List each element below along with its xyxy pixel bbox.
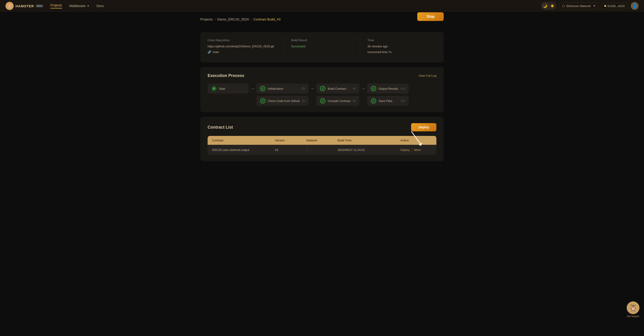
step-group-start: Start [208,83,248,94]
breadcrumb-demo[interactable]: Demo_ERC20_0529 [217,17,248,21]
row-deploy-link[interactable]: Deploy [400,148,410,152]
table-row: ERC20.cairo.starknet.output #3 - 2023/06… [208,145,436,155]
table-header: Contract Version Network Build Time Acti… [208,136,436,145]
network-selector[interactable]: ⬡ Ethereum Mainnet [559,3,598,9]
step-save: ✓ Save Files <1s [367,96,408,106]
middleware-chevron-icon [87,5,89,6]
td-contract: ERC20.cairo.starknet.output [212,148,275,152]
clone-check-icon: ✓ [260,98,266,104]
network-icon: ⬡ [562,4,565,8]
step-clone: ✓ Clone Code from Github 2s [256,96,308,106]
breadcrumb-sep-1: / [214,17,215,21]
build-result-label: Build Result [291,38,353,42]
step-initialization: ✓ Initialization 2s [256,83,308,94]
arrow-2: → [308,83,316,91]
contract-table: Contract Version Network Build Time Acti… [208,136,436,155]
step-output-time: <1s [400,87,405,90]
time-section: Time 30 minutes ago consumed time 7s [360,38,436,56]
step-compile-time: 2s [353,99,356,102]
nav-right: 🌙 ☀️ ⬡ Ethereum Mainnet 0x156...e010 👤 [541,2,638,10]
wallet-button[interactable]: 0x156...e010 [601,3,628,9]
step-start: Start [208,83,248,94]
step-init-label: Initialization [268,87,300,90]
deploy-button[interactable]: Deploy [411,123,436,131]
step-save-label: Save Files [378,99,398,103]
theme-toggle: 🌙 ☀️ [541,2,556,10]
nav-middleware[interactable]: Middleware [69,4,89,8]
row-more-link[interactable]: More [414,148,421,152]
th-build-time: Build Time [338,139,400,142]
step-compile-label: Compile Contract [328,99,350,103]
link-icon: 🔗 [208,50,211,54]
logo: 🐹 HAMSTER alpha [6,2,43,10]
td-network: - [306,148,338,152]
breadcrumb-sep-2: / [251,17,252,21]
build-info-card: Code Repository https://github.com/linda… [200,32,444,62]
nav-links: Projects Middleware Docs [50,3,534,8]
step-clone-label: Clone Code from Github [268,99,300,103]
step-group-init: ✓ Initialization 2s ✓ Clone Code from Gi… [256,83,308,106]
td-build-time: 2023/06/27 11:24:51 [338,148,400,152]
save-check-icon: ✓ [371,98,376,104]
execution-title: Execution Process [208,73,244,78]
th-version: Version [275,139,306,142]
avatar[interactable]: 👤 [631,2,638,10]
step-group-build: ✓ Build Contract 4s ✓ Compile Contract 2… [316,83,359,106]
init-check-icon: ✓ [260,86,266,91]
code-repository-section: Code Repository https://github.com/linda… [208,38,284,56]
stop-button[interactable]: Stop [417,12,444,21]
support-owl-icon: 🦉 [627,301,640,314]
compile-check-icon: ✓ [320,98,326,104]
breadcrumb-current: Contract Build_#3 [254,17,280,21]
svg-text:🐹: 🐹 [7,3,12,8]
alpha-badge: alpha [36,4,43,7]
nav-projects[interactable]: Projects [50,3,62,8]
step-clone-time: 2s [302,99,305,102]
th-contract: Contract [212,139,275,142]
view-log-link[interactable]: View Full Log [418,74,436,77]
contract-list-title: Contract List [208,125,233,130]
dark-mode-button[interactable]: 🌙 [542,3,548,9]
network-chevron-icon [594,5,595,6]
build-result-value: Successful [291,45,353,48]
get-support-button[interactable]: 🦉 Get Support [627,301,640,318]
execution-process-card: Execution Process View Full Log Start → [200,67,444,112]
build-info: Code Repository https://github.com/linda… [208,38,436,56]
action-separator: | [412,148,412,152]
output-check-icon: ✓ [371,86,376,91]
nav-docs[interactable]: Docs [96,4,104,8]
arrow-1: → [248,83,256,91]
breadcrumb-row: Projects / Demo_ERC20_0529 / Contract Bu… [200,17,444,27]
step-group-output: ✓ Output Results <1s ✓ Save Files <1s [367,83,408,106]
step-build-label: Build Contract [328,87,350,90]
logo-text: HAMSTER [16,4,34,8]
logo-icon: 🐹 [6,2,14,10]
execution-header: Execution Process View Full Log [208,73,436,78]
build-check-icon: ✓ [320,86,326,91]
wallet-status-dot [604,5,606,7]
contract-list-header: Contract List Deploy [208,123,436,131]
step-build-time: 4s [353,87,356,90]
build-result-section: Build Result Successful [284,38,360,56]
code-repo-label: Code Repository [208,38,276,42]
step-output-label: Output Results [378,87,398,90]
branch-link[interactable]: 🔗 main [208,50,276,54]
breadcrumb-projects[interactable]: Projects [200,17,212,21]
step-save-time: <1s [400,99,405,102]
light-mode-button[interactable]: ☀️ [549,3,556,9]
time-ago: 30 minutes ago [367,45,436,48]
step-output: ✓ Output Results <1s [367,83,408,94]
code-repo-url: https://github.com/lindaZX/Demo_ERC20_05… [208,45,276,48]
td-version: #3 [275,148,306,152]
breadcrumb: Projects / Demo_ERC20_0529 / Contract Bu… [200,17,280,21]
arrow-3: → [359,83,367,91]
step-compile: ✓ Compile Contract 2s [316,96,359,106]
contract-list-card: Contract List Deploy Contract Version Ne… [200,117,444,161]
support-label: Get Support [627,315,639,318]
start-icon [211,86,217,91]
step-build-contract: ✓ Build Contract 4s [316,83,359,94]
consumed-time: consumed time 7s [367,50,436,54]
time-label: Time [367,38,436,42]
th-action: Action [400,139,432,142]
step-start-label: Start [219,87,245,90]
